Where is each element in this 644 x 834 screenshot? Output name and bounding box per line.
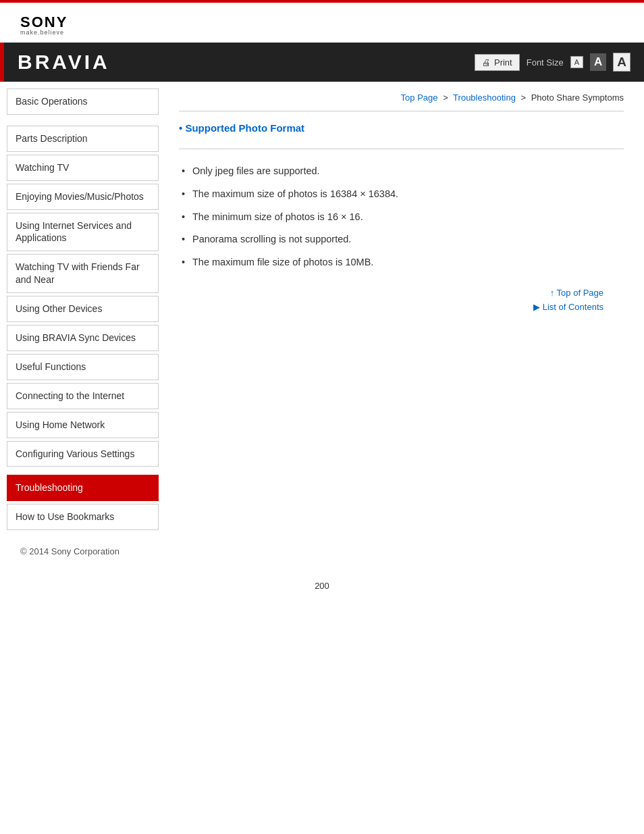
print-label: Print [494, 57, 512, 68]
logo-area: SONY make.believe [0, 3, 644, 43]
sidebar-item-watching-friends[interactable]: Watching TV with Friends Far and Near [7, 254, 159, 293]
section-link-photo-format[interactable]: Supported Photo Format [179, 122, 304, 134]
sony-wordmark: SONY [20, 15, 624, 30]
top-divider [179, 111, 624, 111]
font-small-button[interactable]: A [570, 56, 583, 68]
breadcrumb-current: Photo Share Symptoms [531, 93, 624, 103]
list-item-2: The maximum size of photos is 16384 × 16… [179, 183, 624, 206]
mid-divider [179, 149, 624, 149]
content-list: Only jpeg files are supported. The maxim… [179, 160, 624, 274]
sidebar-item-watching-tv[interactable]: Watching TV [7, 155, 159, 181]
content-area: Top Page > Troubleshooting > Photo Share… [165, 82, 644, 335]
header-controls: 🖨 Print Font Size A A A [475, 53, 630, 72]
sony-logo: SONY make.believe [20, 15, 624, 36]
top-of-page-link[interactable]: Top of Page [179, 288, 603, 298]
list-item-3: The minimum size of photos is 16 × 16. [179, 206, 624, 229]
page-bottom: © 2014 Sony Corporation [0, 540, 644, 570]
sidebar-item-parts-description[interactable]: Parts Description [7, 126, 159, 152]
breadcrumb: Top Page > Troubleshooting > Photo Share… [179, 88, 624, 103]
breadcrumb-sep-2: > [520, 93, 526, 103]
bravia-title: BRAVIA [18, 51, 110, 74]
breadcrumb-sep-1: > [443, 93, 448, 103]
main-layout: Basic Operations Parts Description Watch… [0, 82, 644, 540]
font-large-button[interactable]: A [613, 53, 630, 72]
print-icon: 🖨 [482, 57, 491, 68]
font-size-label: Font Size [527, 57, 564, 68]
footer-nav: Top of Page List of Contents [179, 274, 624, 321]
list-item-5: The maximum file size of photos is 10MB. [179, 251, 624, 274]
sidebar-item-home-network[interactable]: Using Home Network [7, 412, 159, 438]
sidebar-item-useful-functions[interactable]: Useful Functions [7, 354, 159, 380]
header-content: BRAVIA 🖨 Print Font Size A A A [4, 43, 644, 82]
list-item-1: Only jpeg files are supported. [179, 160, 624, 183]
list-item-4: Panorama scrolling is not supported. [179, 228, 624, 251]
sidebar: Basic Operations Parts Description Watch… [0, 82, 165, 540]
sidebar-item-enjoying-movies[interactable]: Enjoying Movies/Music/Photos [7, 184, 159, 210]
copyright-text: © 2014 Sony Corporation [20, 546, 119, 556]
font-medium-button[interactable]: A [590, 53, 606, 71]
sidebar-item-internet-services[interactable]: Using Internet Services and Applications [7, 213, 159, 252]
sidebar-item-basic-operations[interactable]: Basic Operations [7, 88, 159, 115]
sidebar-item-troubleshooting[interactable]: Troubleshooting [7, 475, 159, 501]
header-band: BRAVIA 🖨 Print Font Size A A A [0, 43, 644, 82]
breadcrumb-top-page[interactable]: Top Page [401, 93, 438, 103]
breadcrumb-troubleshooting[interactable]: Troubleshooting [453, 93, 516, 103]
sidebar-item-connecting-internet[interactable]: Connecting to the Internet [7, 383, 159, 409]
sidebar-item-other-devices[interactable]: Using Other Devices [7, 296, 159, 322]
sidebar-item-bravia-sync[interactable]: Using BRAVIA Sync Devices [7, 325, 159, 351]
page-number: 200 [0, 570, 644, 596]
sidebar-item-configuring-settings[interactable]: Configuring Various Settings [7, 441, 159, 467]
print-button[interactable]: 🖨 Print [475, 54, 520, 71]
sidebar-item-bookmarks[interactable]: How to Use Bookmarks [7, 504, 159, 530]
list-of-contents-link[interactable]: List of Contents [179, 302, 603, 312]
sony-tagline: make.believe [20, 30, 624, 36]
